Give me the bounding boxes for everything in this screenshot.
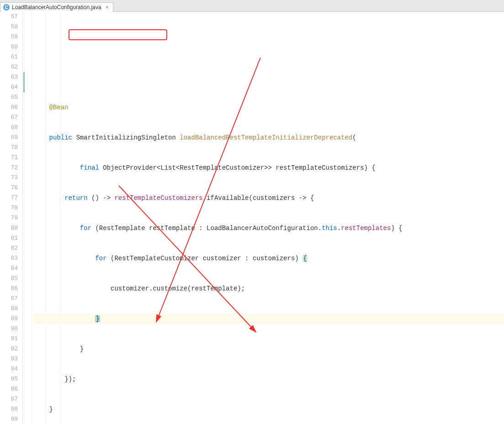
highlight-box bbox=[69, 29, 167, 40]
line-number: 72 bbox=[0, 163, 18, 173]
line-number: 69 bbox=[0, 133, 18, 143]
line-number: 94 bbox=[0, 364, 18, 374]
line-number: 67 bbox=[0, 113, 18, 123]
line-number: 77 bbox=[0, 193, 18, 203]
keyword: final bbox=[80, 164, 99, 172]
caret-brace: } bbox=[95, 315, 100, 322]
line-number: 98 bbox=[0, 404, 18, 414]
code-text: } bbox=[80, 345, 84, 353]
line-number: 96 bbox=[0, 384, 18, 394]
fold-gutter[interactable] bbox=[23, 12, 32, 424]
line-number: 81 bbox=[0, 233, 18, 243]
line-number: 57 bbox=[0, 12, 18, 22]
line-number: 70 bbox=[0, 143, 18, 153]
close-icon[interactable]: × bbox=[105, 5, 108, 10]
code-text: } bbox=[49, 406, 53, 413]
line-number: 87 bbox=[0, 294, 18, 304]
code-text: ObjectProvider<List<RestTemplateCustomiz… bbox=[99, 164, 376, 172]
line-number: 85 bbox=[0, 274, 18, 284]
annotation: @Bean bbox=[49, 104, 69, 111]
line-number: 83 bbox=[0, 253, 18, 263]
line-number: 84 bbox=[0, 263, 18, 274]
type-name: SmartInitializingSingleton bbox=[72, 134, 180, 141]
line-number: 78 bbox=[0, 203, 18, 213]
tab-bar: C LoadBalancerAutoConfiguration.java × bbox=[0, 0, 504, 12]
change-indicator bbox=[23, 72, 25, 92]
keyword: for bbox=[95, 255, 106, 262]
line-number: 99 bbox=[0, 414, 18, 424]
line-number: 79 bbox=[0, 213, 18, 223]
code-text: customizer.customize(restTemplate); bbox=[111, 285, 245, 292]
line-number: 88 bbox=[0, 304, 18, 314]
line-number: 82 bbox=[0, 243, 18, 253]
keyword: return bbox=[64, 194, 87, 202]
line-number: 92 bbox=[0, 344, 18, 354]
line-number: 89 bbox=[0, 314, 18, 324]
code-text: ( bbox=[352, 134, 356, 141]
line-number: 63 bbox=[0, 72, 18, 82]
line-number: 95 bbox=[0, 374, 18, 384]
line-number: 80 bbox=[0, 223, 18, 233]
code-area[interactable]: @Bean public SmartInitializingSingleton … bbox=[32, 12, 504, 424]
code-text: (RestTemplate restTemplate : LoadBalance… bbox=[91, 225, 322, 232]
keyword: this bbox=[322, 225, 337, 232]
line-number: 65 bbox=[0, 92, 18, 102]
code-text: . bbox=[337, 225, 341, 232]
line-number: 71 bbox=[0, 153, 18, 163]
line-number: 93 bbox=[0, 354, 18, 364]
line-number: 60 bbox=[0, 42, 18, 52]
code-text: ) { bbox=[391, 225, 402, 232]
line-number: 64 bbox=[0, 82, 18, 92]
line-number-gutter[interactable]: 57 58 59 60 61 62 63 64 65 66 67 68 69 7… bbox=[0, 12, 23, 424]
line-number: 86 bbox=[0, 284, 18, 294]
editor-tab[interactable]: C LoadBalancerAutoConfiguration.java × bbox=[0, 2, 113, 12]
svg-line-0 bbox=[156, 58, 260, 322]
line-number: 59 bbox=[0, 32, 18, 42]
matched-brace: { bbox=[302, 255, 307, 262]
line-number: 62 bbox=[0, 62, 18, 72]
line-number: 90 bbox=[0, 324, 18, 334]
line-number: 68 bbox=[0, 123, 18, 133]
line-number: 66 bbox=[0, 102, 18, 113]
code-text: () -> bbox=[88, 194, 115, 202]
editor-container: 57 58 59 60 61 62 63 64 65 66 67 68 69 7… bbox=[0, 12, 504, 424]
line-number: 76 bbox=[0, 183, 18, 193]
keyword: public bbox=[49, 134, 72, 141]
class-icon: C bbox=[3, 4, 10, 11]
line-number: 97 bbox=[0, 394, 18, 404]
code-text: }); bbox=[64, 376, 76, 383]
code-text: .ifAvailable(customizers -> { bbox=[203, 194, 314, 202]
field-ref: restTemplates bbox=[341, 225, 391, 232]
line-number: 91 bbox=[0, 334, 18, 344]
method-name: loadBalancedRestTemplateInitializerDepre… bbox=[180, 134, 352, 141]
line-number: 58 bbox=[0, 22, 18, 32]
line-number: 61 bbox=[0, 52, 18, 62]
line-number: 73 bbox=[0, 173, 18, 183]
tab-filename: LoadBalancerAutoConfiguration.java bbox=[12, 4, 101, 11]
code-text: (RestTemplateCustomizer customizer : cus… bbox=[107, 255, 302, 262]
keyword: for bbox=[80, 225, 91, 232]
field-ref: restTemplateCustomizers bbox=[114, 194, 202, 202]
